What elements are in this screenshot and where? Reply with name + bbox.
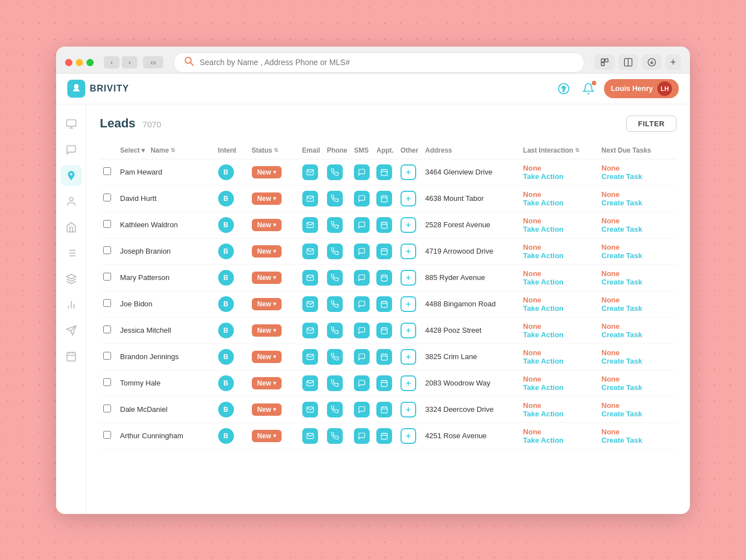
take-action-link[interactable]: Take Action xyxy=(523,383,595,392)
create-task-link[interactable]: Create Task xyxy=(601,304,673,313)
add-button[interactable] xyxy=(400,244,416,259)
search-input[interactable] xyxy=(200,58,574,67)
appt-button[interactable] xyxy=(376,402,392,417)
email-button[interactable] xyxy=(302,244,318,259)
sms-button[interactable] xyxy=(354,349,370,365)
row-checkbox[interactable] xyxy=(103,352,111,360)
create-task-link[interactable]: Create Task xyxy=(601,278,673,286)
row-checkbox[interactable] xyxy=(103,299,111,307)
download-button[interactable] xyxy=(642,54,662,70)
forward-button[interactable]: › xyxy=(122,56,137,68)
sidebar-item-profile[interactable] xyxy=(61,191,82,212)
take-action-link[interactable]: Take Action xyxy=(523,436,595,444)
sidebar-item-marketing[interactable] xyxy=(61,320,82,341)
row-checkbox[interactable] xyxy=(103,194,111,201)
appt-button[interactable] xyxy=(376,349,392,365)
sms-button[interactable] xyxy=(354,375,370,391)
appt-button[interactable] xyxy=(376,375,392,391)
create-task-link[interactable]: Create Task xyxy=(601,383,673,392)
close-button[interactable] xyxy=(65,59,72,66)
email-button[interactable] xyxy=(302,428,318,444)
add-button[interactable] xyxy=(400,428,416,444)
sidebar-item-reports[interactable] xyxy=(61,294,82,315)
share-button[interactable] xyxy=(595,54,615,70)
email-button[interactable] xyxy=(302,323,318,338)
create-task-link[interactable]: Create Task xyxy=(601,199,673,207)
row-checkbox[interactable] xyxy=(103,378,111,386)
phone-button[interactable] xyxy=(327,270,343,286)
appt-button[interactable] xyxy=(376,217,392,233)
select-sort[interactable]: Select ▾ xyxy=(120,146,145,154)
add-button[interactable] xyxy=(400,375,416,391)
add-button[interactable] xyxy=(400,323,416,338)
appt-button[interactable] xyxy=(376,164,392,180)
add-button[interactable] xyxy=(400,349,416,365)
sms-button[interactable] xyxy=(354,244,370,259)
phone-button[interactable] xyxy=(327,164,343,180)
status-dropdown[interactable]: New ▾ xyxy=(252,298,282,310)
phone-button[interactable] xyxy=(327,296,343,312)
phone-button[interactable] xyxy=(327,349,343,365)
create-task-link[interactable]: Create Task xyxy=(601,225,673,233)
appt-button[interactable] xyxy=(376,244,392,259)
add-button[interactable] xyxy=(400,191,416,206)
appt-button[interactable] xyxy=(376,428,392,444)
take-action-link[interactable]: Take Action xyxy=(523,331,595,339)
tab-switcher-button[interactable]: ▭ xyxy=(143,56,163,68)
status-dropdown[interactable]: New ▾ xyxy=(252,351,282,363)
phone-button[interactable] xyxy=(327,375,343,391)
create-task-link[interactable]: Create Task xyxy=(601,410,673,418)
take-action-link[interactable]: Take Action xyxy=(523,357,595,365)
appt-button[interactable] xyxy=(376,270,392,286)
row-checkbox[interactable] xyxy=(103,325,111,333)
create-task-link[interactable]: Create Task xyxy=(601,436,673,444)
status-dropdown[interactable]: New ▾ xyxy=(252,245,282,258)
take-action-link[interactable]: Take Action xyxy=(523,199,595,207)
phone-button[interactable] xyxy=(327,217,343,233)
sidebar-item-leads[interactable] xyxy=(61,165,82,186)
maximize-button[interactable] xyxy=(86,59,94,66)
email-button[interactable] xyxy=(302,375,318,391)
sidebar-item-messages[interactable] xyxy=(61,139,82,160)
name-sort[interactable]: Name ⇅ xyxy=(150,146,175,154)
add-button[interactable] xyxy=(400,296,416,312)
grid-button[interactable] xyxy=(618,54,638,70)
email-button[interactable] xyxy=(302,402,318,417)
status-sort[interactable]: Status ⇅ xyxy=(252,146,279,154)
create-task-link[interactable]: Create Task xyxy=(601,251,673,260)
filter-button[interactable]: FILTER xyxy=(626,116,676,132)
sidebar-item-contacts[interactable] xyxy=(61,113,82,135)
email-button[interactable] xyxy=(302,191,318,206)
sms-button[interactable] xyxy=(354,191,370,206)
status-dropdown[interactable]: New ▾ xyxy=(252,192,282,205)
appt-button[interactable] xyxy=(376,323,392,338)
back-button[interactable]: ‹ xyxy=(104,56,119,68)
row-checkbox[interactable] xyxy=(103,405,111,412)
take-action-link[interactable]: Take Action xyxy=(523,225,595,233)
sidebar-item-calendar[interactable] xyxy=(61,346,82,367)
email-button[interactable] xyxy=(302,296,318,312)
notification-bell[interactable] xyxy=(579,80,597,98)
status-dropdown[interactable]: New ▾ xyxy=(252,403,282,416)
row-checkbox[interactable] xyxy=(103,246,111,254)
add-button[interactable] xyxy=(400,270,416,286)
appt-button[interactable] xyxy=(376,191,392,206)
phone-button[interactable] xyxy=(327,402,343,417)
status-dropdown[interactable]: New ▾ xyxy=(252,324,282,337)
add-button[interactable] xyxy=(400,164,416,180)
phone-button[interactable] xyxy=(327,428,343,444)
create-task-link[interactable]: Create Task xyxy=(601,172,673,181)
last-sort[interactable]: Last Interaction ⇅ xyxy=(523,146,579,154)
sidebar-item-list[interactable] xyxy=(61,242,82,264)
phone-button[interactable] xyxy=(327,323,343,338)
address-bar[interactable] xyxy=(173,52,584,73)
sms-button[interactable] xyxy=(354,164,370,180)
row-checkbox[interactable] xyxy=(103,431,111,439)
email-button[interactable] xyxy=(302,270,318,286)
status-dropdown[interactable]: New ▾ xyxy=(252,166,282,178)
take-action-link[interactable]: Take Action xyxy=(523,410,595,418)
email-button[interactable] xyxy=(302,349,318,365)
minimize-button[interactable] xyxy=(76,59,83,66)
email-button[interactable] xyxy=(302,217,318,233)
sms-button[interactable] xyxy=(354,270,370,286)
